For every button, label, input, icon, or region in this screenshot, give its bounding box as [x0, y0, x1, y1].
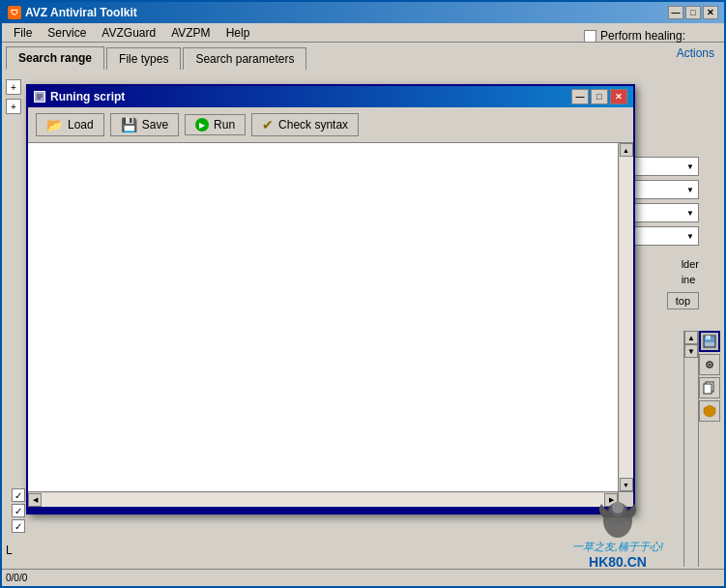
watermark-content: 一草之友,楠于于心! HK80.CN: [572, 496, 663, 570]
title-bar-left: 🛡 AVZ Antiviral Toolkit: [8, 6, 137, 19]
folder-label: lder: [682, 258, 699, 270]
load-label: Load: [68, 118, 94, 132]
checkbox-item-3: [12, 519, 25, 533]
run-icon: ▶: [195, 118, 209, 132]
svg-rect-1: [706, 336, 711, 339]
watermark-logo: [596, 496, 640, 540]
scroll-down-arrow[interactable]: ▼: [684, 344, 698, 358]
main-window: 🛡 AVZ Antiviral Toolkit — □ ✕ File Servi…: [0, 0, 726, 588]
scroll-up-arrow[interactable]: ▲: [684, 331, 698, 344]
load-button[interactable]: 📂 Load: [36, 113, 104, 136]
shield-icon: [703, 404, 716, 418]
dialog-body: ▲ ▼ ◀ ▶: [28, 143, 633, 507]
subfolder-label: ine: [682, 274, 699, 285]
save-button[interactable]: 💾 Save: [110, 113, 179, 136]
watermark-text-line1: 一草之友,楠于于心!: [572, 540, 663, 554]
dropdown-3-arrow: ▼: [686, 209, 694, 218]
status-info: 0/0/0: [6, 573, 27, 583]
checkbox-item-1: [12, 488, 25, 502]
menu-avzpm[interactable]: AVZPM: [163, 24, 218, 42]
dialog-close-button[interactable]: ✕: [610, 89, 627, 104]
perform-healing-checkbox[interactable]: [584, 30, 596, 43]
tab-search-parameters[interactable]: Search parameters: [183, 47, 306, 70]
actions-panel: Actions: [677, 46, 714, 60]
dialog-scrollbar-right[interactable]: ▲ ▼: [618, 143, 633, 491]
perform-healing-label: Perform healing:: [600, 29, 685, 43]
svg-point-13: [612, 502, 624, 514]
load-icon: 📂: [46, 117, 63, 132]
check-syntax-label: Check syntax: [278, 118, 348, 132]
perform-healing-row: Perform healing:: [584, 29, 685, 43]
maximize-button[interactable]: □: [685, 6, 701, 19]
dialog-title-left: Runing script: [34, 90, 125, 103]
svg-rect-2: [705, 342, 714, 346]
watermark: 一草之友,楠于于心! HK80.CN: [511, 499, 724, 567]
actions-label: Actions: [677, 46, 714, 60]
dropdown-2-arrow: ▼: [686, 186, 694, 194]
checkbox-2[interactable]: [12, 504, 25, 517]
right-toolbar-icons: [699, 331, 720, 422]
run-button[interactable]: ▶ Run: [185, 114, 246, 135]
checkbox-item-2: [12, 504, 25, 517]
toolbar-icon-save[interactable]: [699, 331, 720, 352]
tab-search-range[interactable]: Search range: [6, 46, 104, 70]
dialog-title-buttons: — □ ✕: [571, 89, 627, 104]
check-syntax-button[interactable]: ✔ Check syntax: [251, 113, 359, 136]
right-labels: lder ine: [682, 258, 699, 293]
dialog-scroll-up[interactable]: ▲: [620, 143, 633, 157]
dialog-restore-button[interactable]: □: [591, 89, 608, 104]
stop-button[interactable]: top: [667, 292, 699, 309]
checkbox-3[interactable]: [12, 519, 25, 533]
copy-icon: [703, 381, 716, 395]
title-buttons: — □ ✕: [668, 6, 718, 19]
checkbox-group: [12, 488, 25, 533]
checkbox-1[interactable]: [12, 488, 25, 502]
run-label: Run: [214, 118, 235, 132]
gear-icon: [703, 358, 716, 371]
close-button[interactable]: ✕: [703, 6, 718, 19]
window-title: AVZ Antiviral Toolkit: [25, 6, 137, 19]
dialog-scroll-left[interactable]: ◀: [28, 493, 42, 507]
app-icon: 🛡: [8, 6, 21, 19]
dialog-scroll-down[interactable]: ▼: [620, 478, 633, 491]
dialog-window: Runing script — □ ✕ 📂 Load 💾 Save: [26, 84, 635, 514]
dialog-title-text: Runing script: [50, 90, 125, 103]
add-remove-buttons: top: [667, 292, 699, 309]
watermark-text-line2: HK80.CN: [572, 554, 663, 570]
svg-point-4: [709, 364, 711, 367]
dialog-toolbar: 📂 Load 💾 Save ▶ Run ✔ Check syntax: [28, 107, 633, 143]
status-bar: 0/0/0: [2, 569, 724, 586]
minimize-button[interactable]: —: [668, 6, 683, 19]
actions-content: Perform healing:: [584, 29, 685, 43]
menu-file[interactable]: File: [6, 24, 40, 42]
dropdown-1-arrow: ▼: [686, 162, 694, 171]
svg-rect-6: [704, 384, 711, 394]
toolbar-icon-copy[interactable]: [699, 377, 720, 398]
dialog-scroll-track-v: [620, 157, 633, 478]
dialog-icon: [34, 91, 45, 103]
tree-expand-2[interactable]: +: [6, 99, 21, 114]
toolbar-icon-shield[interactable]: [699, 400, 720, 422]
menu-service[interactable]: Service: [40, 24, 94, 42]
tree-expand-1[interactable]: +: [6, 79, 21, 95]
script-editor[interactable]: [28, 143, 633, 507]
title-bar: 🛡 AVZ Antiviral Toolkit — □ ✕: [2, 2, 724, 23]
check-icon: ✔: [262, 117, 274, 132]
dropdown-4-arrow: ▼: [686, 232, 694, 241]
dialog-overlay: Runing script — □ ✕ 📂 Load 💾 Save: [26, 84, 635, 514]
menu-help[interactable]: Help: [218, 24, 258, 42]
script-icon: [35, 92, 44, 102]
tab-file-types[interactable]: File types: [106, 47, 181, 70]
dialog-title-bar: Runing script — □ ✕: [28, 86, 633, 107]
tabs-area: Search range File types Search parameter…: [2, 43, 724, 70]
bottom-l-label: L: [6, 544, 13, 557]
dialog-minimize-button[interactable]: —: [571, 89, 589, 104]
menu-avzguard[interactable]: AVZGuard: [94, 24, 163, 42]
save-icon: 💾: [121, 117, 137, 132]
toolbar-icon-settings[interactable]: [699, 354, 720, 375]
save-icon: [703, 335, 716, 348]
save-label: Save: [142, 118, 168, 132]
